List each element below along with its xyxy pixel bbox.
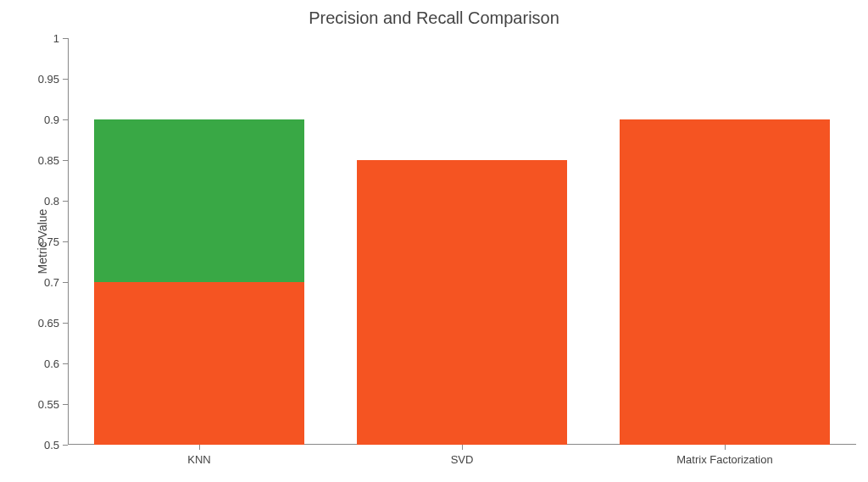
bar-recall-mf (620, 119, 830, 445)
y-tick-label: 0.6 (44, 357, 59, 370)
y-tick (63, 160, 68, 161)
y-tick (63, 282, 68, 283)
y-tick-label: 1 (53, 32, 59, 45)
x-tick-label: SVD (451, 453, 474, 466)
y-tick-label: 0.85 (38, 154, 59, 167)
x-tick-label: KNN (187, 453, 210, 466)
chart-container: Precision and Recall Comparison Metric V… (0, 0, 868, 482)
y-tick-label: 0.5 (44, 439, 59, 452)
y-tick (63, 119, 68, 120)
y-tick-label: 0.75 (38, 235, 59, 248)
y-tick-label: 0.65 (38, 317, 59, 330)
y-tick (63, 201, 68, 202)
x-tick (462, 445, 463, 450)
y-tick (63, 445, 68, 446)
bar-recall-svd (357, 160, 567, 445)
x-tick-label: Matrix Factorization (676, 453, 772, 466)
y-tick-label: 0.55 (38, 398, 59, 411)
y-tick (63, 323, 68, 324)
y-tick (63, 79, 68, 80)
y-tick-label: 0.7 (44, 276, 59, 289)
y-axis-line (68, 38, 69, 445)
y-tick (63, 363, 68, 364)
y-tick-label: 0.8 (44, 195, 59, 208)
y-tick (63, 241, 68, 242)
x-tick (199, 445, 200, 450)
chart-title: Precision and Recall Comparison (0, 8, 868, 28)
x-tick (725, 445, 726, 450)
y-tick-label: 0.95 (38, 73, 59, 86)
bar-recall-knn (94, 282, 304, 445)
y-tick (63, 404, 68, 405)
plot-area: 0.5 0.55 0.6 0.65 0.7 0.75 0.8 0.85 0.9 … (68, 38, 856, 445)
y-tick-label: 0.9 (44, 114, 59, 126)
y-tick (63, 38, 68, 39)
